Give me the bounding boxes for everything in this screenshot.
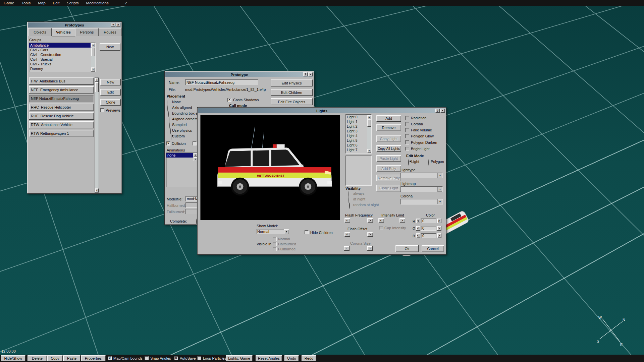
copy-all-lights-button[interactable]: Copy All Lights: [376, 145, 401, 152]
menu-tools[interactable]: Tools: [18, 0, 34, 6]
close-icon[interactable]: ×: [308, 72, 313, 76]
list-item-group[interactable]: Civil - Construction: [29, 52, 91, 57]
toolbar-reset-angles-button[interactable]: Reset Angles: [256, 355, 282, 361]
show-model-dropdown[interactable]: Normal ▼: [256, 229, 289, 234]
ok-button[interactable]: Ok: [395, 245, 419, 252]
prototype-edit-button[interactable]: Edit: [100, 89, 121, 96]
list-item-group[interactable]: Civil - Special: [29, 57, 91, 62]
color-g-field[interactable]: 0: [421, 226, 436, 231]
menu-map[interactable]: Map: [34, 0, 49, 6]
edit-children-button[interactable]: Edit Children: [271, 89, 313, 96]
color-g-increment[interactable]: >: [437, 226, 441, 231]
list-item-group[interactable]: Civil - Cars: [29, 48, 91, 52]
visible-in-halfburned-checkbox[interactable]: [273, 242, 277, 246]
close-icon[interactable]: ×: [116, 23, 120, 27]
color-r-decrement[interactable]: <: [416, 219, 420, 223]
scroll-up-icon[interactable]: ▲: [367, 115, 371, 119]
collision-extra-checkbox[interactable]: [193, 141, 197, 145]
add-light-button[interactable]: Add: [376, 115, 401, 122]
bright-light-checkbox[interactable]: [405, 147, 409, 151]
help-icon[interactable]: ?: [435, 109, 440, 113]
help-icon[interactable]: ?: [303, 72, 308, 76]
animation-item-selected[interactable]: none: [166, 153, 193, 158]
toolbar-delete-button[interactable]: Delete: [28, 355, 47, 361]
vehicle-list-item[interactable]: RHF Rescue Dog Vehicle: [29, 112, 94, 120]
close-icon[interactable]: ×: [440, 109, 445, 113]
radiation-checkbox[interactable]: [405, 116, 409, 120]
prototypes-titlebar[interactable]: Prototypes ? ×: [28, 22, 121, 27]
scroll-up-icon[interactable]: ▲: [194, 153, 197, 157]
visibility-always-radio[interactable]: [348, 191, 348, 197]
flash-frequency-increment[interactable]: >: [367, 218, 373, 223]
paste-light-button[interactable]: Paste Light: [376, 155, 401, 162]
light-list-item[interactable]: Light 6: [346, 143, 367, 147]
snap-angles-checkbox[interactable]: [145, 356, 149, 360]
loop-particles-checkbox[interactable]: [197, 356, 201, 360]
chevron-down-icon[interactable]: ▼: [437, 187, 442, 192]
color-g-decrement[interactable]: <: [416, 226, 420, 231]
complete-radio[interactable]: [196, 219, 197, 225]
list-item-group[interactable]: Ambulance: [29, 43, 91, 48]
tab-houses[interactable]: Houses: [99, 28, 121, 36]
vehicle-list-item[interactable]: RHC Rescue Helicopter: [29, 104, 94, 111]
scroll-thumb[interactable]: [367, 119, 371, 127]
collision-checkbox[interactable]: ×: [166, 141, 170, 145]
add-poly-button[interactable]: Add Poly: [376, 165, 401, 172]
flash-frequency-decrement[interactable]: <: [344, 218, 350, 223]
menu-scripts[interactable]: Scripts: [63, 0, 82, 6]
menu-game[interactable]: Game: [0, 0, 18, 6]
copy-light-button[interactable]: Copy Light: [376, 135, 401, 142]
corona-size-increment[interactable]: >: [367, 246, 373, 251]
group-new-button[interactable]: New: [100, 43, 120, 51]
clone-light-button[interactable]: Clone Light: [376, 185, 401, 191]
remove-poly-button[interactable]: Remove Poly: [376, 175, 401, 181]
light-list-item[interactable]: Light 1: [346, 119, 367, 124]
lights-list-scrollbar[interactable]: ▲ ▼: [367, 115, 371, 153]
prototype-titlebar[interactable]: Prototype ? ×: [165, 72, 313, 77]
visible-in-normal-checkbox[interactable]: [273, 237, 277, 241]
cap-intensity-checkbox[interactable]: [379, 226, 383, 230]
list-item-group[interactable]: Civil - Trucks: [29, 62, 91, 66]
corona-size-decrement[interactable]: <: [344, 246, 350, 251]
list-item-group[interactable]: Dummy: [29, 66, 91, 71]
edit-mode-polygon-radio[interactable]: [428, 159, 429, 166]
previews-checkbox[interactable]: [100, 108, 104, 112]
light-list-item[interactable]: Light 3: [346, 129, 367, 133]
tab-vehicles[interactable]: Vehicles: [52, 28, 75, 37]
chevron-down-icon[interactable]: ▼: [284, 229, 289, 234]
toolbar-paste-button[interactable]: Paste: [63, 355, 80, 361]
vehicle-list-item-selected[interactable]: NEF NotarztEinsatzFahrzeug: [29, 95, 94, 102]
vehicle-list-scrollbar[interactable]: ▲ ▼: [95, 77, 99, 193]
prototype-clone-button[interactable]: Clone: [100, 99, 121, 106]
color-r-increment[interactable]: >: [437, 219, 441, 223]
light-list-item[interactable]: Light 4: [346, 133, 367, 138]
chevron-down-icon[interactable]: ▼: [437, 173, 442, 178]
scroll-up-icon[interactable]: ▲: [95, 78, 99, 82]
lightmap-dropdown[interactable]: ▼: [400, 186, 443, 192]
placement-sampled-radio[interactable]: [169, 122, 170, 129]
intensity-limit-decrement[interactable]: <: [378, 218, 384, 223]
corona-flag-checkbox[interactable]: [405, 122, 409, 126]
edit-fire-objects-button[interactable]: Edit Fire Objects: [271, 98, 313, 105]
vehicle-list-item[interactable]: NEF Emergency Ambulance: [29, 86, 94, 94]
fake-volume-checkbox[interactable]: [405, 128, 409, 132]
light-list-item[interactable]: Light 2: [346, 124, 367, 129]
intensity-limit-increment[interactable]: >: [399, 218, 405, 223]
placement-none-radio[interactable]: [167, 100, 167, 106]
casts-shadows-checkbox[interactable]: ×: [227, 98, 231, 102]
placement-custom-radio[interactable]: [171, 134, 171, 140]
toolbar-hide-show-button[interactable]: Hide/Show: [1, 355, 25, 361]
placement-axis-aligned-radio[interactable]: [167, 105, 168, 112]
lighttype-dropdown[interactable]: ▼: [400, 173, 443, 178]
color-r-field[interactable]: 0: [421, 219, 436, 223]
map-cam-bounds-checkbox[interactable]: ×: [108, 356, 112, 360]
light-list-item[interactable]: Light 5: [346, 138, 367, 143]
vehicle-list-item[interactable]: ITW Ambulance Bus: [29, 77, 94, 85]
edit-mode-light-radio[interactable]: [408, 159, 409, 166]
polygon-list[interactable]: [345, 156, 372, 186]
toolbar-lights-game-button[interactable]: Lights: Game: [226, 355, 253, 361]
scroll-thumb[interactable]: [95, 82, 99, 92]
light-list-item[interactable]: Light 0: [346, 115, 367, 119]
placement-bounding-box-radio[interactable]: [168, 111, 169, 117]
visibility-random-radio[interactable]: [349, 202, 350, 209]
